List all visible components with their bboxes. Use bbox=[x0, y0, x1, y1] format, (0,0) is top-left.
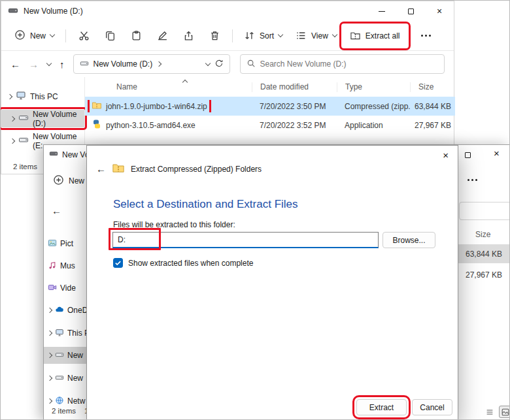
sidebar-item-this-pc[interactable]: This PC bbox=[1, 88, 84, 105]
checkbox-checked-icon bbox=[113, 258, 123, 268]
cut-icon bbox=[78, 30, 90, 41]
file-type: Application bbox=[337, 121, 410, 130]
rename-button[interactable] bbox=[149, 25, 175, 46]
column-header-date[interactable]: Date modified bbox=[252, 82, 337, 92]
maximize-button[interactable] bbox=[396, 1, 425, 21]
sidebar-item-new-volume-d[interactable]: New bbox=[44, 347, 86, 364]
browse-button[interactable]: Browse... bbox=[382, 232, 435, 248]
python-exe-icon bbox=[92, 119, 102, 131]
back-button[interactable]: ← bbox=[52, 205, 61, 216]
delete-icon bbox=[209, 30, 220, 41]
plus-circle-icon bbox=[53, 174, 64, 187]
new-button[interactable]: New bbox=[8, 25, 61, 46]
sidebar-item-new-volume-e[interactable]: New bbox=[44, 370, 86, 387]
destination-path-input[interactable] bbox=[112, 232, 379, 248]
file-size-fragment: 27,967 KB bbox=[456, 265, 510, 284]
close-button[interactable]: × bbox=[494, 148, 500, 159]
view-button[interactable]: View bbox=[289, 25, 343, 46]
column-header-type[interactable]: Type bbox=[337, 82, 410, 92]
sort-icon bbox=[244, 30, 255, 41]
cancel-button[interactable]: Cancel bbox=[412, 399, 452, 415]
address-dropdown-icon[interactable] bbox=[205, 60, 210, 65]
extract-all-button[interactable]: Extract all bbox=[343, 25, 407, 46]
cut-button[interactable] bbox=[71, 25, 97, 46]
file-row-python[interactable]: python-3.10.5-amd64.exe 7/20/2022 3:52 P… bbox=[85, 116, 455, 135]
file-row-zip[interactable]: john-1.9.0-jumbo-1-win64.zip 7/20/2022 3… bbox=[85, 97, 455, 116]
dialog-close-button[interactable]: × bbox=[443, 150, 449, 161]
thumbnail-view-button[interactable] bbox=[499, 406, 510, 418]
breadcrumb[interactable]: New Volume (D:) bbox=[94, 59, 153, 69]
zip-file-highlight: john-1.9.0-jumbo-1-win64.zip bbox=[92, 100, 207, 112]
column-header-name[interactable]: Name bbox=[85, 82, 252, 92]
zip-folder-icon bbox=[112, 161, 125, 176]
expand-chevron-icon bbox=[47, 376, 52, 381]
more-button[interactable] bbox=[413, 25, 439, 46]
breadcrumb-chevron-icon[interactable] bbox=[156, 61, 162, 67]
sidebar-item-onedrive[interactable]: OneD bbox=[44, 302, 86, 319]
search-box[interactable] bbox=[459, 202, 510, 220]
this-pc-icon bbox=[16, 90, 26, 103]
maximize-icon bbox=[465, 152, 471, 158]
forward-button[interactable]: → bbox=[29, 59, 39, 70]
share-button[interactable] bbox=[175, 25, 201, 46]
item-count: 2 items bbox=[13, 163, 37, 170]
sidebar-item-label: OneD bbox=[67, 306, 86, 315]
expand-chevron-icon[interactable] bbox=[7, 93, 12, 99]
file-name-cell: john-1.9.0-jumbo-1-win64.zip bbox=[85, 100, 252, 112]
copy-button[interactable] bbox=[97, 25, 123, 46]
expand-chevron-icon[interactable] bbox=[10, 138, 15, 143]
drive-icon bbox=[80, 59, 89, 70]
sort-button[interactable]: Sort bbox=[237, 25, 289, 46]
videos-icon bbox=[48, 283, 57, 294]
details-view-button[interactable] bbox=[483, 406, 496, 418]
up-button[interactable]: ↑ bbox=[60, 59, 65, 70]
expand-chevron-icon[interactable] bbox=[10, 116, 15, 121]
maximize-button[interactable] bbox=[465, 151, 471, 160]
file-size: 27,967 KB bbox=[410, 121, 455, 130]
file-name: john-1.9.0-jumbo-1-win64.zip bbox=[106, 102, 207, 111]
sidebar-item-label: Vide bbox=[60, 283, 76, 293]
this-pc-icon bbox=[55, 328, 64, 339]
close-button[interactable]: × bbox=[425, 1, 454, 21]
sidebar-item-pictures[interactable]: Pict bbox=[44, 235, 86, 252]
file-size: 27,967 KB bbox=[466, 270, 502, 280]
sort-label: Sort bbox=[260, 31, 274, 40]
extract-dialog: × ← Extract Compressed (Zipped) Folders … bbox=[86, 145, 458, 420]
drive-icon bbox=[18, 135, 29, 147]
expand-chevron-icon bbox=[47, 398, 52, 404]
file-date: 7/20/2022 3:50 PM bbox=[252, 102, 337, 111]
search-input[interactable] bbox=[260, 59, 439, 69]
zip-folder-icon bbox=[92, 100, 102, 112]
screen: New Volume (D:) × New bbox=[0, 0, 510, 420]
recent-locations-chevron-icon[interactable] bbox=[46, 60, 52, 65]
column-header-size[interactable]: Size bbox=[410, 82, 455, 92]
sidebar-item-new-volume-d[interactable]: New Volume (D:) bbox=[1, 110, 84, 127]
column-header-size[interactable]: Size bbox=[475, 230, 490, 239]
sidebar-item-this-pc[interactable]: This P bbox=[44, 325, 86, 342]
more-button[interactable] bbox=[468, 179, 477, 181]
search-box[interactable] bbox=[240, 54, 445, 74]
show-extracted-checkbox[interactable]: Show extracted files when complete bbox=[113, 258, 253, 268]
sidebar-item-music[interactable]: Mus bbox=[44, 257, 86, 274]
column-headers: Name Date modified Type Size bbox=[85, 77, 455, 97]
paste-button[interactable] bbox=[123, 25, 149, 46]
sidebar-item-videos[interactable]: Vide bbox=[44, 280, 86, 297]
refresh-icon[interactable] bbox=[214, 59, 224, 70]
sidebar-item-label: New Volume (D:) bbox=[33, 110, 84, 128]
view-icon bbox=[296, 30, 307, 41]
extract-button[interactable]: Extract bbox=[356, 399, 407, 415]
search-icon bbox=[246, 59, 256, 70]
dialog-heading: Select a Destination and Extract Files bbox=[113, 198, 298, 211]
dialog-back-button[interactable]: ← bbox=[96, 163, 106, 174]
rename-icon bbox=[157, 30, 168, 41]
extract-all-icon bbox=[350, 30, 361, 41]
sidebar-item-label: Netw bbox=[67, 396, 85, 406]
back-button[interactable]: ← bbox=[10, 59, 20, 70]
share-icon bbox=[183, 30, 194, 41]
address-bar[interactable]: New Volume (D:) bbox=[73, 54, 230, 74]
minimize-button[interactable] bbox=[367, 1, 396, 21]
delete-button[interactable] bbox=[201, 25, 228, 46]
sidebar-item-label: This PC bbox=[30, 92, 58, 101]
new-label: New bbox=[69, 176, 84, 186]
file-name: python-3.10.5-amd64.exe bbox=[106, 121, 196, 130]
